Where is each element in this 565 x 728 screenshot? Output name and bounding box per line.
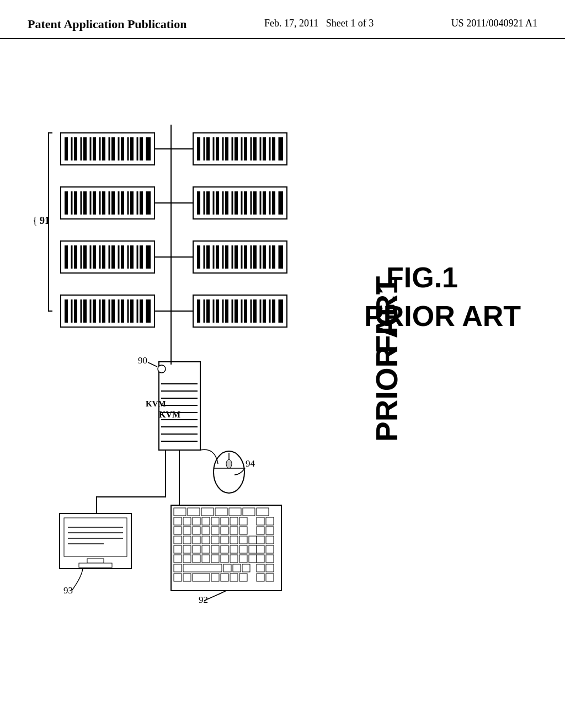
svg-rect-217 bbox=[193, 536, 200, 544]
svg-rect-219 bbox=[211, 536, 219, 544]
svg-rect-243 bbox=[230, 555, 238, 563]
svg-rect-191 bbox=[215, 508, 227, 516]
svg-rect-188 bbox=[174, 508, 186, 516]
server-right-2 bbox=[193, 187, 287, 219]
svg-rect-271 bbox=[79, 563, 112, 568]
mouse bbox=[214, 451, 244, 493]
svg-rect-189 bbox=[188, 508, 200, 516]
svg-rect-224 bbox=[257, 536, 264, 544]
svg-rect-233 bbox=[239, 545, 247, 553]
publication-number: US 2011/0040921 A1 bbox=[451, 17, 537, 30]
svg-rect-215 bbox=[174, 536, 182, 544]
server-right-3 bbox=[193, 241, 287, 273]
svg-point-171 bbox=[158, 365, 166, 373]
svg-rect-236 bbox=[266, 545, 274, 553]
svg-rect-203 bbox=[211, 517, 219, 525]
svg-rect-270 bbox=[87, 559, 104, 563]
svg-rect-207 bbox=[174, 527, 182, 534]
svg-rect-228 bbox=[193, 545, 200, 553]
svg-rect-248 bbox=[174, 564, 182, 572]
svg-rect-220 bbox=[221, 536, 228, 544]
svg-rect-246 bbox=[257, 555, 264, 563]
svg-rect-250 bbox=[223, 564, 231, 572]
svg-rect-211 bbox=[211, 527, 219, 534]
server-right-4 bbox=[193, 295, 287, 327]
diagram-area: 91 { KVM KVM 90 bbox=[0, 39, 565, 718]
svg-point-185 bbox=[226, 459, 232, 468]
svg-rect-238 bbox=[183, 555, 191, 563]
svg-rect-237 bbox=[174, 555, 182, 563]
svg-rect-225 bbox=[266, 536, 274, 544]
svg-rect-242 bbox=[221, 555, 228, 563]
server-right-1 bbox=[193, 133, 287, 165]
svg-rect-223 bbox=[249, 536, 257, 544]
svg-rect-221 bbox=[230, 536, 238, 544]
svg-rect-209 bbox=[193, 527, 200, 534]
monitor bbox=[60, 513, 131, 569]
svg-rect-218 bbox=[202, 536, 210, 544]
svg-rect-212 bbox=[221, 527, 228, 534]
svg-rect-252 bbox=[242, 564, 250, 572]
svg-rect-206 bbox=[239, 517, 247, 525]
svg-rect-195 bbox=[257, 517, 264, 525]
svg-rect-263 bbox=[266, 574, 274, 581]
svg-rect-254 bbox=[266, 564, 274, 572]
publication-title: Patent Application Publication bbox=[28, 17, 186, 33]
fig-label-h: FIG.1 bbox=[386, 261, 458, 293]
keyboard bbox=[171, 505, 281, 591]
svg-rect-210 bbox=[202, 527, 210, 534]
svg-rect-230 bbox=[211, 545, 219, 553]
kvm-label: KVM bbox=[159, 409, 180, 419]
svg-rect-257 bbox=[193, 574, 210, 581]
publication-date-sheet: Feb. 17, 2011 Sheet 1 of 3 bbox=[264, 17, 374, 30]
svg-line-182 bbox=[148, 362, 157, 367]
svg-rect-227 bbox=[183, 545, 191, 553]
svg-text:{: { bbox=[33, 215, 38, 226]
page-header: Patent Application Publication Feb. 17, … bbox=[0, 0, 565, 39]
svg-rect-260 bbox=[230, 574, 238, 581]
label-91: 91 bbox=[40, 215, 50, 226]
svg-rect-259 bbox=[221, 574, 228, 581]
svg-rect-265 bbox=[64, 518, 127, 556]
server-left-4 bbox=[61, 295, 154, 327]
svg-rect-201 bbox=[193, 517, 200, 525]
svg-rect-232 bbox=[230, 545, 238, 553]
svg-rect-234 bbox=[249, 545, 257, 553]
svg-rect-190 bbox=[201, 508, 214, 516]
svg-rect-255 bbox=[174, 574, 182, 581]
svg-rect-226 bbox=[174, 545, 182, 553]
diagram-svg: 91 { KVM KVM 90 bbox=[0, 39, 565, 718]
svg-rect-214 bbox=[239, 527, 247, 534]
svg-rect-196 bbox=[266, 517, 274, 525]
svg-rect-199 bbox=[174, 517, 182, 525]
svg-rect-240 bbox=[202, 555, 210, 563]
svg-rect-241 bbox=[211, 555, 219, 563]
svg-rect-197 bbox=[257, 527, 264, 534]
svg-rect-253 bbox=[257, 564, 264, 572]
svg-rect-216 bbox=[183, 536, 191, 544]
svg-rect-222 bbox=[239, 536, 247, 544]
svg-rect-235 bbox=[257, 545, 264, 553]
svg-rect-251 bbox=[233, 564, 241, 572]
svg-rect-231 bbox=[221, 545, 228, 553]
svg-rect-192 bbox=[229, 508, 241, 516]
svg-text:KVM: KVM bbox=[146, 399, 166, 408]
svg-rect-258 bbox=[211, 574, 219, 581]
label-90: 90 bbox=[138, 355, 147, 366]
prior-art-label-h: PRIOR ART bbox=[364, 300, 521, 332]
svg-rect-205 bbox=[230, 517, 238, 525]
svg-rect-239 bbox=[193, 555, 200, 563]
svg-rect-193 bbox=[243, 508, 255, 516]
svg-rect-194 bbox=[257, 508, 269, 516]
server-left-3 bbox=[61, 241, 154, 273]
svg-rect-244 bbox=[239, 555, 247, 563]
svg-rect-202 bbox=[202, 517, 210, 525]
svg-rect-208 bbox=[183, 527, 191, 534]
svg-rect-261 bbox=[239, 574, 247, 581]
svg-rect-198 bbox=[266, 527, 274, 534]
svg-rect-247 bbox=[266, 555, 274, 563]
svg-rect-200 bbox=[183, 517, 191, 525]
server-left-2 bbox=[61, 187, 154, 219]
svg-rect-256 bbox=[183, 574, 191, 581]
label-94: 94 bbox=[246, 458, 255, 469]
